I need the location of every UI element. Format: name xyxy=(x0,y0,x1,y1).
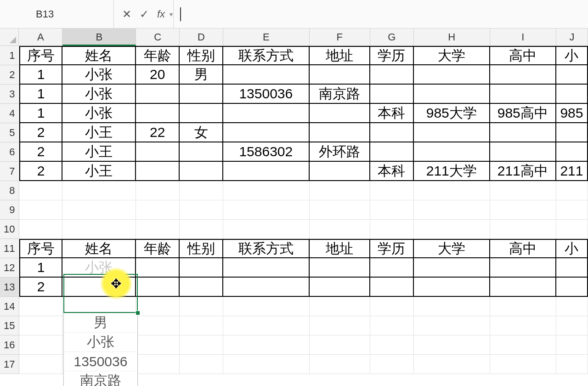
fill-handle[interactable] xyxy=(136,311,140,315)
cell[interactable] xyxy=(414,65,490,85)
cell[interactable]: 地址 xyxy=(310,46,370,65)
cell[interactable]: 小张 xyxy=(62,65,136,85)
cell[interactable]: 2 xyxy=(19,162,63,181)
cell[interactable] xyxy=(180,220,223,239)
cell[interactable] xyxy=(370,335,414,355)
column-header-E[interactable]: E xyxy=(223,28,310,46)
cell[interactable] xyxy=(414,297,490,316)
cell[interactable] xyxy=(490,355,556,374)
cell[interactable]: 2 xyxy=(19,123,63,142)
row-header[interactable]: 17 xyxy=(0,355,19,374)
cell[interactable] xyxy=(370,123,414,142)
cell[interactable] xyxy=(414,181,490,200)
row-header[interactable]: 13 xyxy=(0,278,19,297)
cell[interactable]: 1 xyxy=(19,258,63,278)
dropdown-item[interactable]: 1350036 xyxy=(64,352,137,371)
cell[interactable] xyxy=(370,316,414,335)
cell[interactable] xyxy=(136,258,180,278)
cell[interactable]: 大学 xyxy=(414,239,490,258)
cell[interactable]: 外环路 xyxy=(310,142,370,162)
cell[interactable]: 联系方式 xyxy=(223,46,310,65)
dropdown-item[interactable]: 南京路 xyxy=(64,371,137,386)
formula-input[interactable] xyxy=(174,0,588,28)
cell[interactable]: 211高中 xyxy=(490,162,556,181)
row-header[interactable]: 16 xyxy=(0,335,19,355)
row-header[interactable]: 4 xyxy=(0,104,19,123)
cell[interactable] xyxy=(556,220,588,239)
cell[interactable]: 男 xyxy=(180,65,223,85)
cell[interactable]: 211大学 xyxy=(414,162,490,181)
cell[interactable] xyxy=(19,316,63,335)
cell[interactable] xyxy=(310,104,370,123)
cell[interactable] xyxy=(370,220,414,239)
cell[interactable] xyxy=(490,335,556,355)
cell[interactable]: 年龄 xyxy=(136,46,180,65)
cell[interactable] xyxy=(136,297,180,316)
cell[interactable] xyxy=(370,200,414,220)
cell[interactable]: 学历 xyxy=(370,46,414,65)
cell[interactable] xyxy=(490,220,556,239)
row-header[interactable]: 1 xyxy=(0,46,19,65)
cell[interactable] xyxy=(556,85,588,104)
cell[interactable] xyxy=(19,355,63,374)
cell[interactable]: 211 xyxy=(556,162,588,181)
cell[interactable] xyxy=(310,355,370,374)
cell[interactable] xyxy=(490,278,556,297)
column-header-D[interactable]: D xyxy=(180,28,223,46)
cell[interactable] xyxy=(414,142,490,162)
cell[interactable] xyxy=(180,297,223,316)
row-header[interactable]: 10 xyxy=(0,220,19,239)
cell[interactable] xyxy=(556,258,588,278)
row-header[interactable]: 6 xyxy=(0,142,19,162)
cell[interactable] xyxy=(490,65,556,85)
cell[interactable] xyxy=(556,316,588,335)
cell[interactable] xyxy=(136,316,180,335)
cell[interactable] xyxy=(556,200,588,220)
column-header-H[interactable]: H xyxy=(414,28,490,46)
cell[interactable] xyxy=(556,278,588,297)
dropdown-item[interactable]: 小张 xyxy=(64,332,137,352)
cell[interactable] xyxy=(223,220,310,239)
cell[interactable] xyxy=(223,104,310,123)
cell[interactable]: 序号 xyxy=(19,239,63,258)
cell[interactable]: 985大学 xyxy=(414,104,490,123)
column-header-A[interactable]: A xyxy=(19,28,62,46)
cell[interactable] xyxy=(19,220,63,239)
cell[interactable] xyxy=(62,200,136,220)
cell[interactable]: 20 xyxy=(136,65,180,85)
cell[interactable] xyxy=(180,85,223,104)
cell[interactable] xyxy=(414,200,490,220)
cell[interactable]: 小张 xyxy=(62,104,136,123)
cell[interactable] xyxy=(556,355,588,374)
cell[interactable] xyxy=(414,85,490,104)
cell[interactable] xyxy=(136,200,180,220)
cell[interactable]: 地址 xyxy=(310,239,370,258)
cell[interactable] xyxy=(136,220,180,239)
cell[interactable]: 高中 xyxy=(490,239,556,258)
column-header-G[interactable]: G xyxy=(370,28,414,46)
cell[interactable] xyxy=(310,181,370,200)
cell[interactable]: 姓名 xyxy=(62,46,136,65)
row-header[interactable]: 7 xyxy=(0,162,19,181)
row-header[interactable]: 5 xyxy=(0,123,19,142)
cell[interactable]: 985高中 xyxy=(490,104,556,123)
cell[interactable] xyxy=(136,142,180,162)
cell[interactable]: 姓名 xyxy=(62,239,136,258)
cell[interactable] xyxy=(180,162,223,181)
cell[interactable] xyxy=(490,316,556,335)
row-header[interactable]: 9 xyxy=(0,200,19,220)
cell[interactable] xyxy=(414,316,490,335)
cell[interactable] xyxy=(223,200,310,220)
cell[interactable] xyxy=(310,162,370,181)
cell[interactable] xyxy=(223,297,310,316)
dropdown-item[interactable]: 男 xyxy=(64,313,137,332)
cell[interactable] xyxy=(310,65,370,85)
cell[interactable] xyxy=(370,258,414,278)
cell[interactable] xyxy=(136,162,180,181)
cell[interactable] xyxy=(180,258,223,278)
cell[interactable]: 985 xyxy=(556,104,588,123)
cell[interactable] xyxy=(490,123,556,142)
cell[interactable]: 小王 xyxy=(62,123,136,142)
cell[interactable] xyxy=(223,181,310,200)
cell[interactable] xyxy=(180,355,223,374)
